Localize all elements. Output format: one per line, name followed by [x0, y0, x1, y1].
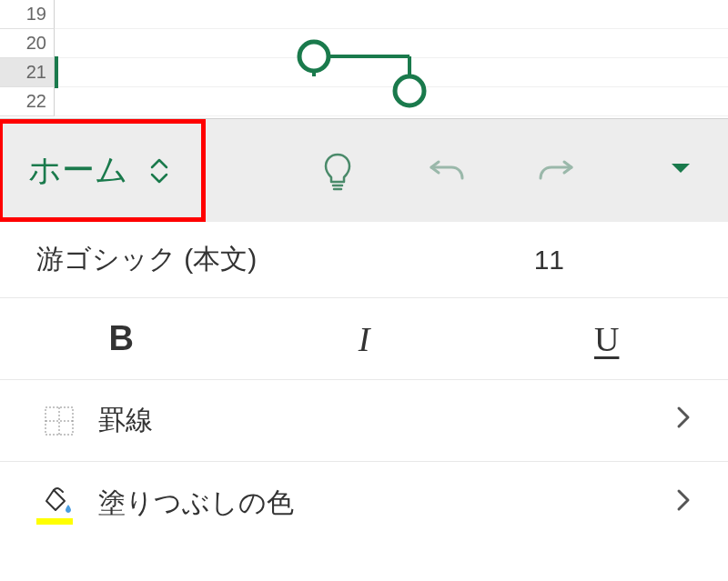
ideas-button[interactable]	[315, 151, 360, 191]
cell-row[interactable]	[55, 29, 728, 58]
bold-button[interactable]: B	[0, 319, 243, 358]
toolbar-expand-button[interactable]	[633, 160, 728, 181]
spreadsheet-area[interactable]: 19 20 21 22	[0, 0, 728, 118]
fill-bucket-icon	[36, 485, 82, 521]
font-selector-row: 游ゴシック (本文) 11	[0, 222, 728, 298]
tab-switcher-icon	[148, 155, 170, 187]
undo-icon	[428, 155, 466, 187]
tab-label: ホーム	[28, 148, 128, 193]
redo-button[interactable]	[533, 155, 579, 187]
ribbon-toolbar: ホーム	[0, 118, 728, 222]
borders-icon	[36, 405, 82, 437]
borders-option[interactable]: 罫線	[0, 380, 728, 462]
fill-color-option[interactable]: 塗りつぶしの色	[0, 462, 728, 544]
row-header-gutter: 19 20 21 22	[0, 0, 55, 116]
text-style-row: B I U	[0, 298, 728, 380]
redo-icon	[537, 155, 575, 187]
chevron-right-icon	[675, 486, 692, 520]
row-header[interactable]: 19	[0, 0, 55, 29]
ribbon-tab-home[interactable]: ホーム	[0, 119, 206, 222]
font-name[interactable]: 游ゴシック (本文)	[36, 241, 257, 278]
undo-button[interactable]	[424, 155, 470, 187]
cell-row[interactable]	[55, 87, 728, 116]
cell-row[interactable]	[55, 58, 728, 87]
caret-down-icon	[670, 162, 692, 176]
chevron-right-icon	[675, 404, 692, 437]
font-size[interactable]: 11	[534, 245, 564, 275]
cell-row[interactable]	[55, 0, 728, 29]
row-header[interactable]: 20	[0, 29, 55, 58]
toolbar-actions	[315, 151, 579, 191]
fill-label: 塗りつぶしの色	[98, 485, 294, 522]
underline-button[interactable]: U	[485, 319, 728, 359]
fill-color-swatch	[36, 518, 73, 525]
row-header[interactable]: 22	[0, 87, 55, 116]
lightbulb-icon	[321, 151, 354, 191]
italic-button[interactable]: I	[243, 319, 486, 359]
row-header[interactable]: 21	[0, 58, 55, 87]
cell-grid[interactable]	[55, 0, 728, 118]
borders-label: 罫線	[98, 402, 153, 439]
